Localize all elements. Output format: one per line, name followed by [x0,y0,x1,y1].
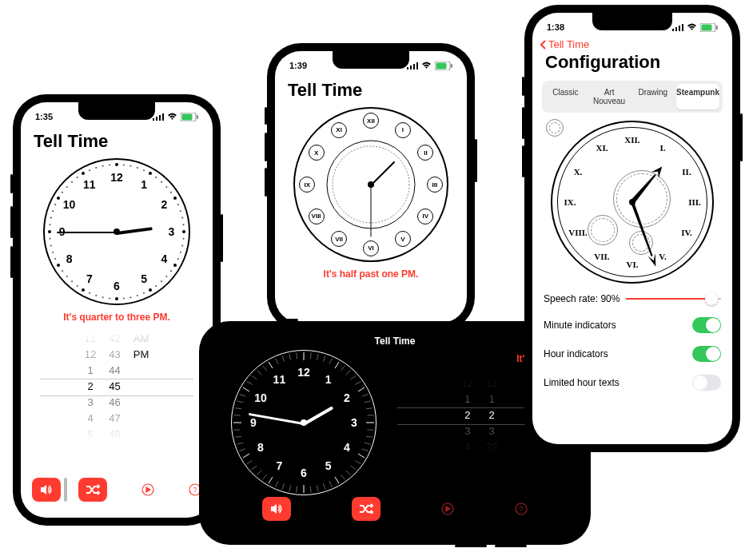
svg-line-123 [240,449,246,451]
clock-center [114,228,120,235]
speak-button[interactable] [32,478,61,502]
svg-point-51 [54,258,56,260]
numeral-7: 7 [276,459,282,472]
help-button[interactable]: ? [515,502,528,515]
svg-line-93 [323,355,325,362]
svg-point-44 [102,296,104,298]
shuffle-button[interactable] [352,497,380,521]
status-time: 1:38 [547,22,564,32]
svg-point-8 [182,230,185,233]
svg-point-58 [54,204,56,205]
speak-button[interactable] [262,497,291,521]
picker-ampm[interactable]: AM PM [127,331,156,443]
setting-label: Minute indicators [544,320,616,331]
roman-3: III [427,177,443,193]
svg-line-122 [247,461,253,464]
svg-point-49 [66,276,68,277]
svg-rect-142 [672,29,674,31]
svg-rect-76 [451,64,452,68]
battery-icon [700,23,718,32]
svg-point-55 [50,224,51,225]
svg-line-120 [257,471,261,475]
svg-point-40 [137,295,138,296]
page-title: Tell Time [21,125,213,155]
shuffle-icon [86,484,100,495]
time-picker[interactable]: 11 12 1 2 3 4 5 42 43 44 45 46 47 48 AM … [40,331,193,443]
svg-point-47 [77,285,78,287]
speech-rate-slider[interactable] [626,298,721,300]
roman-7: VII [331,231,347,247]
svg-point-42 [123,298,125,300]
analog-clock-roman[interactable]: XII I II III IV V VI VII VIII IX X XI [293,107,448,262]
tab-art-nouveau[interactable]: Art Nouveau [589,84,630,109]
analog-clock[interactable]: 12 1 2 3 4 5 6 7 8 9 10 11 [43,158,190,305]
svg-point-61 [71,181,73,183]
svg-rect-143 [675,27,677,31]
svg-rect-72 [413,64,415,70]
tab-steampunk[interactable]: Steampunk [676,84,719,109]
svg-point-21 [137,167,138,169]
shuffle-button[interactable] [78,478,107,502]
svg-point-53 [50,244,52,246]
toggle-limited-hours[interactable] [692,375,721,391]
svg-line-105 [365,443,371,444]
picker-minute[interactable]: 12 1 2 3 22 [480,375,504,455]
toolbar: ? [21,471,213,508]
numeral-5: 5 [325,459,332,472]
speaker-icon [270,503,283,514]
play-button[interactable] [141,483,154,496]
roman-6: VI [363,240,379,256]
svg-point-65 [102,165,104,167]
svg-point-56 [50,217,52,219]
play-button[interactable] [441,502,454,515]
setting-label: Hour indicators [544,348,608,359]
roman-1: I [395,122,411,138]
svg-line-87 [269,477,273,483]
roman-12: XII [363,113,379,129]
svg-point-13 [173,264,177,267]
svg-rect-2 [159,115,161,121]
picker-minute[interactable]: 42 43 44 45 46 47 48 [102,331,126,443]
setting-label: Limited hour texts [544,377,620,388]
slider-knob[interactable] [705,292,718,305]
back-button[interactable]: Tell Time [532,35,732,50]
svg-rect-1 [156,117,157,121]
svg-line-95 [341,366,345,371]
picker-hour[interactable]: 11 12 1 2 3 4 5 [78,331,102,443]
signal-icon [672,23,683,31]
svg-rect-148 [716,26,718,30]
analog-clock-steampunk[interactable]: XII. I. II. III. IV. V. VI. VII. VIII. I… [551,121,714,284]
wifi-icon [421,62,432,70]
svg-line-135 [276,359,279,364]
svg-point-30 [183,224,185,225]
svg-point-46 [89,292,90,294]
analog-clock-dark[interactable]: 12 1 2 3 4 5 6 7 8 9 10 11 [231,350,376,495]
svg-line-112 [323,483,325,490]
svg-line-118 [276,481,279,487]
svg-point-60 [66,186,68,188]
svg-line-90 [269,362,273,368]
toggle-minute-indicators[interactable] [692,317,721,333]
help-icon: ? [515,502,528,515]
tab-classic[interactable]: Classic [545,84,586,109]
svg-point-24 [161,181,162,183]
tab-drawing[interactable]: Drawing [632,84,673,109]
numeral-1: 1 [325,373,332,386]
svg-line-84 [358,387,365,391]
svg-line-136 [282,355,285,362]
status-indicators [672,23,718,32]
picker-hour[interactable]: 12 1 2 3 4 [456,375,480,455]
toggle-hour-indicators[interactable] [692,346,721,362]
svg-line-97 [351,375,357,379]
svg-point-26 [170,192,172,193]
svg-rect-3 [162,113,164,121]
shuffle-icon [359,503,373,514]
svg-point-7 [115,163,118,166]
svg-line-130 [240,395,246,397]
wifi-icon [687,23,697,31]
svg-line-128 [235,408,241,409]
status-time: 1:39 [289,61,307,70]
svg-point-48 [71,280,73,282]
play-icon [441,502,454,515]
svg-line-86 [335,477,339,483]
